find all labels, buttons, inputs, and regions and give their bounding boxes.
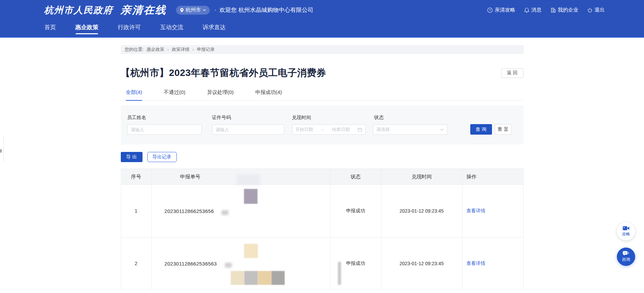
messages-link[interactable]: 消息 [524, 7, 542, 13]
video-guide-icon [623, 226, 629, 231]
tab-success[interactable]: 申报成功(4) [255, 89, 282, 101]
table-header-row: 序号 申报单号 状态 兑现时间 操作 [121, 169, 523, 184]
table-row: 1 20230112866253656 申报成功 2023-01-12 09:2… [121, 184, 523, 237]
redaction-blur-block [0, 149, 2, 153]
tab-all[interactable]: 全部(4) [126, 89, 142, 101]
calendar-icon [358, 128, 362, 132]
breadcrumb-item-records[interactable]: 申报记录 [197, 46, 214, 53]
cell-status: 申报成功 [330, 185, 381, 237]
col-header-seq: 序号 [121, 169, 151, 184]
welcome-text: 欢迎您 杭州水晶城购物中心有限公司 [220, 6, 314, 14]
status-label: 状态 [374, 115, 384, 121]
logout-link[interactable]: 退出 [587, 7, 605, 13]
welcome-dot: · [214, 7, 216, 14]
cell-declare-no: 202301128662536563 [151, 237, 330, 290]
header-quick-links: ? 亲清攻略 消息 我的企业 退出 [487, 7, 605, 13]
nav-item-enterprise-policy[interactable]: 惠企政策 [75, 18, 98, 37]
guide-link-label: 亲清攻略 [495, 7, 515, 13]
header-top: 杭州市人民政府 亲清在线 杭州市 · 欢迎您 杭州水晶城购物中心有限公司 ? 亲… [0, 0, 644, 18]
reset-button[interactable]: 重 置 [495, 124, 512, 135]
cell-status: 申报成功 [330, 237, 381, 290]
chevron-down-icon [440, 129, 444, 131]
export-button[interactable]: 导 出 [121, 152, 143, 162]
back-button[interactable]: 返 回 [501, 68, 524, 78]
redeem-time-label: 兑现时间 [292, 115, 311, 121]
col-header-action: 操作 [462, 169, 524, 184]
floating-consult-button[interactable]: 咨询 [617, 248, 635, 266]
status-select-placeholder: 请选择 [377, 126, 390, 133]
site-header: 杭州市人民政府 亲清在线 杭州市 · 欢迎您 杭州水晶城购物中心有限公司 ? 亲… [0, 0, 644, 38]
id-number-input[interactable] [212, 124, 284, 135]
logout-link-label: 退出 [594, 7, 605, 13]
question-circle-icon: ? [487, 7, 493, 13]
tab-dispute[interactable]: 异议处理(0) [207, 89, 233, 101]
redeem-time-range-picker[interactable]: 开始日期 ~ 结束日期 [292, 124, 366, 135]
col-header-redeem-time: 兑现时间 [381, 169, 462, 184]
location-selector[interactable]: 杭州市 [176, 6, 210, 15]
breadcrumb-separator: › [167, 47, 169, 52]
cell-seq: 1 [121, 185, 151, 237]
messages-link-label: 消息 [531, 7, 542, 13]
declaration-table: 序号 申报单号 状态 兑现时间 操作 1 20230112866253656 申… [121, 169, 524, 290]
id-number-label: 证件号码 [212, 115, 231, 121]
col-header-status: 状态 [330, 169, 381, 184]
guide-link[interactable]: ? 亲清攻略 [487, 7, 515, 13]
my-enterprise-link-label: 我的企业 [558, 7, 578, 13]
status-tabs: 全部(4) 不通过(0) 异议处理(0) 申报成功(4) [121, 89, 524, 101]
nav-item-interaction[interactable]: 互动交流 [160, 18, 183, 37]
cell-declare-no: 20230112866253656 [151, 185, 330, 237]
main-content: 您的位置: 惠企政策 › 政策详情 › 申报记录 【杭州市】2023年春节留杭省… [121, 45, 524, 290]
bell-icon [524, 7, 529, 13]
chevron-down-icon [203, 9, 206, 11]
location-label: 杭州市 [186, 7, 201, 13]
tab-rejected[interactable]: 不通过(0) [164, 89, 185, 101]
page-title: 【杭州市】2023年春节留杭省外员工电子消费券 [121, 66, 326, 79]
redaction-blur-block [3, 136, 4, 162]
breadcrumb-separator: › [192, 47, 194, 52]
floating-guide-label: 攻略 [622, 231, 630, 237]
breadcrumb: 您的位置: 惠企政策 › 政策详情 › 申报记录 [121, 45, 524, 54]
power-icon [587, 7, 592, 13]
chat-consult-icon [623, 251, 629, 256]
end-date-placeholder: 结束日期 [332, 126, 349, 133]
table-row: 2 202301128662536563 申报成功 2023-01-12 09:… [121, 237, 523, 290]
nav-item-appeal[interactable]: 诉求直达 [203, 18, 226, 37]
my-enterprise-link[interactable]: 我的企业 [551, 7, 578, 13]
cell-redeem-time: 2023-01-12 09:23:45 [381, 185, 462, 237]
start-date-placeholder: 开始日期 [296, 126, 313, 133]
gov-logo-text: 杭州市人民政府 [44, 4, 113, 16]
svg-text:?: ? [489, 8, 491, 12]
cell-seq: 2 [121, 237, 151, 290]
breadcrumb-item-policy[interactable]: 惠企政策 [147, 46, 164, 53]
export-records-button[interactable]: 导出记录 [147, 152, 177, 162]
breadcrumb-prefix: 您的位置: [125, 46, 144, 53]
main-nav: 首页 惠企政策 行政许可 互动交流 诉求直达 [0, 18, 644, 37]
welcome-message: · 欢迎您 杭州水晶城购物中心有限公司 [214, 6, 313, 14]
employee-name-label: 员工姓名 [127, 115, 146, 121]
title-row: 【杭州市】2023年春节留杭省外员工电子消费券 返 回 [121, 66, 524, 79]
location-pin-icon [180, 8, 184, 13]
breadcrumb-item-detail[interactable]: 政策详情 [172, 46, 189, 53]
floating-guide-button[interactable]: 攻略 [617, 222, 635, 240]
floating-consult-label: 咨询 [622, 257, 630, 262]
nav-item-home[interactable]: 首页 [44, 18, 56, 37]
view-detail-link[interactable]: 查看详情 [467, 260, 486, 267]
cell-redeem-time: 2023-01-12 09:23:45 [381, 237, 462, 290]
col-header-declare-no: 申报单号 [151, 169, 330, 184]
view-detail-link[interactable]: 查看详情 [467, 208, 486, 214]
search-button[interactable]: 查 询 [470, 124, 492, 135]
export-toolbar: 导 出 导出记录 [121, 152, 524, 162]
enterprise-icon [551, 7, 556, 13]
date-range-separator: ~ [321, 127, 324, 132]
employee-name-input[interactable] [127, 124, 202, 135]
filter-panel: 员工姓名 证件号码 兑现时间 开始日期 ~ 结束日期 状态 请选择 查 询 重 … [121, 105, 524, 144]
brand-logo-text: 亲清在线 [120, 3, 167, 17]
status-select[interactable]: 请选择 [373, 124, 448, 135]
nav-item-admin-permit[interactable]: 行政许可 [118, 18, 141, 37]
